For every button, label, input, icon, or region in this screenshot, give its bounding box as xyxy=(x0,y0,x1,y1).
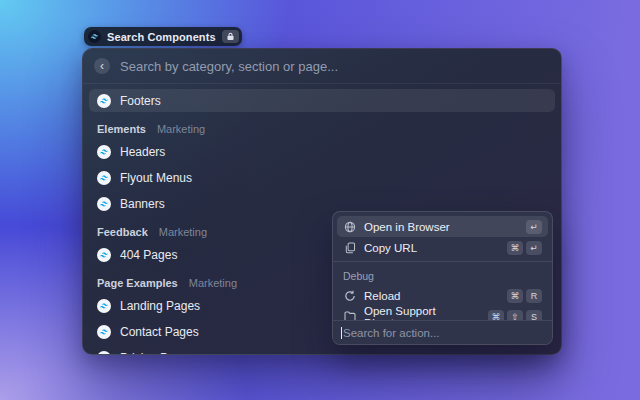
list-item-label: Headers xyxy=(120,145,165,159)
shortcut-keys: ↵ xyxy=(526,220,542,234)
list-item[interactable]: Flyout Menus xyxy=(89,166,555,189)
section-subtitle: Marketing xyxy=(157,123,205,135)
pill-title: Search Components xyxy=(107,31,216,43)
tailwind-icon xyxy=(97,171,111,185)
section-title: Page Examples xyxy=(97,277,178,289)
menu-group-title: Debug xyxy=(337,265,548,285)
extension-pill[interactable]: Search Components xyxy=(84,27,242,46)
list-item-label: Contact Pages xyxy=(120,325,199,339)
action-search-input[interactable] xyxy=(343,327,544,339)
search-input[interactable] xyxy=(120,59,550,74)
text-caret xyxy=(341,327,342,339)
shortcut-keys: ⌘↵ xyxy=(507,241,542,255)
tailwind-icon xyxy=(97,94,111,108)
list-item[interactable]: Footers xyxy=(89,89,555,112)
list-item[interactable]: Pricing Pages xyxy=(89,346,555,355)
section-subtitle: Marketing xyxy=(189,277,237,289)
copy-icon xyxy=(343,242,357,254)
menu-divider xyxy=(333,261,552,262)
list-item-label: Pricing Pages xyxy=(120,351,194,356)
shortcut-keys: ⌘R xyxy=(507,289,542,303)
action-search-bar xyxy=(333,320,552,344)
tailwind-icon xyxy=(88,30,101,43)
action-item[interactable]: Open in Browser↵ xyxy=(337,216,548,237)
globe-icon xyxy=(343,221,357,233)
tailwind-icon xyxy=(97,197,111,211)
section-header: ElementsMarketing xyxy=(89,114,555,140)
action-item[interactable]: Copy URL⌘↵ xyxy=(337,237,548,258)
list-item-label: Footers xyxy=(120,94,161,108)
section-title: Feedback xyxy=(97,226,148,238)
key-badge: ⌘ xyxy=(507,241,523,255)
key-badge: ↵ xyxy=(526,241,542,255)
lock-icon xyxy=(222,30,239,43)
action-item-label: Open in Browser xyxy=(364,221,450,233)
section-title: Elements xyxy=(97,123,146,135)
action-menu: Open in Browser↵Copy URL⌘↵DebugReload⌘RO… xyxy=(332,211,553,345)
list-item-label: Landing Pages xyxy=(120,299,200,313)
action-item-label: Copy URL xyxy=(364,242,417,254)
tailwind-icon xyxy=(97,299,111,313)
tailwind-icon xyxy=(97,351,111,356)
tailwind-icon xyxy=(97,248,111,262)
action-item[interactable]: Reload⌘R xyxy=(337,285,548,306)
tailwind-icon xyxy=(97,325,111,339)
reload-icon xyxy=(343,290,357,302)
action-item-label: Reload xyxy=(364,290,400,302)
list-item-label: Flyout Menus xyxy=(120,171,192,185)
chevron-left-icon[interactable]: ‹ xyxy=(94,58,110,74)
search-bar: ‹ xyxy=(83,49,561,84)
section-subtitle: Marketing xyxy=(159,226,207,238)
key-badge: ⌘ xyxy=(507,289,523,303)
key-badge: ↵ xyxy=(526,220,542,234)
list-item-label: Banners xyxy=(120,197,165,211)
list-item[interactable]: Headers xyxy=(89,140,555,163)
key-badge: R xyxy=(526,289,542,303)
tailwind-icon xyxy=(97,145,111,159)
list-item-label: 404 Pages xyxy=(120,248,177,262)
